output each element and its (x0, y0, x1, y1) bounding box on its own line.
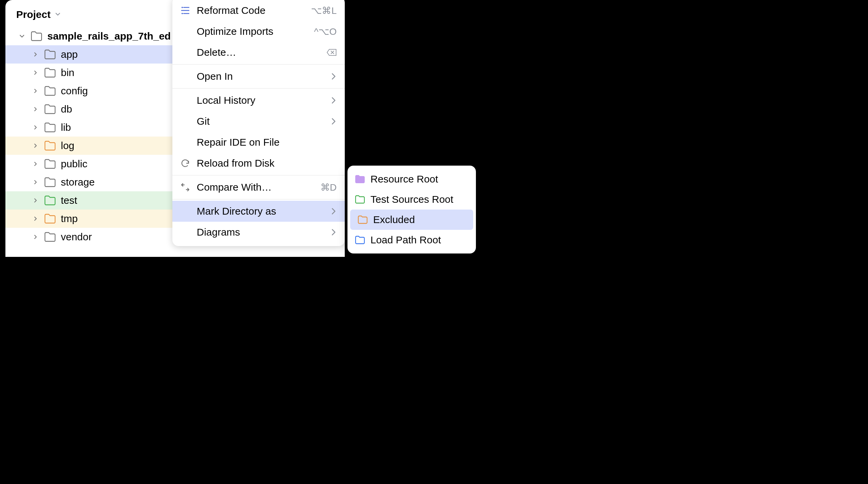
submenu-item-test-sources-root[interactable]: Test Sources Root (347, 189, 476, 210)
folder-icon (44, 231, 56, 243)
chevron-right-icon[interactable] (32, 105, 39, 113)
reformat-icon (179, 4, 191, 17)
menu-separator (172, 175, 345, 175)
folder-icon (30, 30, 43, 42)
menu-label: Delete… (197, 47, 321, 58)
menu-shortcut: ⌘D (320, 182, 337, 193)
menu-item-local-history[interactable]: Local History (172, 90, 345, 111)
menu-label: Mark Directory as (197, 205, 325, 217)
chevron-right-icon[interactable] (32, 233, 39, 241)
folder-icon (44, 121, 56, 134)
menu-item-reload-from-disk[interactable]: Reload from Disk (172, 153, 345, 174)
menu-label: Git (197, 116, 325, 127)
tree-item-label: config (61, 85, 88, 97)
chevron-right-icon[interactable] (32, 197, 39, 204)
chevron-right-icon[interactable] (32, 215, 39, 222)
submenu-item-excluded[interactable]: Excluded (350, 210, 473, 230)
chevron-right-icon (331, 229, 337, 236)
menu-shortcut: ⌥⌘L (311, 5, 337, 16)
menu-separator (172, 88, 345, 89)
submenu-label: Load Path Root (370, 234, 441, 246)
tree-item-label: log (61, 140, 74, 151)
tree-item-label: tmp (61, 213, 78, 224)
menu-shortcut: ^⌥O (314, 26, 337, 37)
menu-label: Optimize Imports (197, 26, 309, 37)
chevron-right-icon[interactable] (32, 51, 39, 58)
chevron-right-icon (331, 208, 337, 215)
submenu-item-load-path-root[interactable]: Load Path Root (347, 230, 476, 250)
chevron-right-icon[interactable] (32, 87, 39, 95)
menu-item-mark-directory-as[interactable]: Mark Directory as (172, 201, 345, 222)
folder-icon (44, 67, 56, 79)
chevron-right-icon (331, 118, 337, 125)
folder-icon (44, 140, 56, 152)
chevron-right-icon (331, 73, 337, 80)
menu-item-optimize-imports[interactable]: Optimize Imports ^⌥O (172, 21, 345, 42)
folder-icon (354, 173, 366, 185)
folder-icon (44, 213, 56, 225)
menu-label: Local History (197, 95, 325, 106)
chevron-right-icon[interactable] (32, 69, 39, 76)
folder-icon (357, 214, 368, 225)
folder-icon (354, 234, 366, 246)
compare-icon (179, 181, 191, 193)
menu-label: Diagrams (197, 226, 325, 238)
chevron-right-icon[interactable] (32, 178, 39, 186)
submenu-item-resource-root[interactable]: Resource Root (347, 169, 476, 189)
menu-item-delete[interactable]: Delete… (172, 42, 345, 63)
folder-icon (44, 85, 56, 97)
tree-item-label: db (61, 103, 72, 115)
submenu-label: Excluded (373, 214, 415, 225)
submenu-label: Resource Root (370, 173, 438, 185)
tree-item-label: vendor (61, 231, 92, 243)
menu-item-reformat-code[interactable]: Reformat Code ⌥⌘L (172, 0, 345, 21)
menu-separator (172, 64, 345, 65)
tree-item-label: lib (61, 122, 71, 133)
folder-icon (44, 48, 56, 60)
menu-label: Repair IDE on File (197, 137, 337, 148)
chevron-right-icon (331, 97, 337, 104)
delete-backspace-icon (327, 46, 337, 58)
menu-item-open-in[interactable]: Open In (172, 66, 345, 87)
menu-separator (172, 199, 345, 199)
mark-directory-submenu: Resource Root Test Sources Root Excluded… (347, 166, 476, 253)
menu-item-git[interactable]: Git (172, 111, 345, 132)
reload-icon (179, 157, 191, 169)
chevron-right-icon[interactable] (32, 124, 39, 131)
menu-label: Reload from Disk (197, 158, 337, 169)
folder-icon (44, 158, 56, 170)
menu-item-repair-ide[interactable]: Repair IDE on File (172, 132, 345, 153)
chevron-right-icon[interactable] (32, 142, 39, 149)
folder-icon (354, 194, 366, 205)
chevron-down-icon[interactable] (18, 32, 26, 40)
folder-icon (44, 103, 56, 115)
folder-icon (44, 176, 56, 188)
submenu-label: Test Sources Root (370, 194, 453, 205)
menu-label: Compare With… (197, 182, 315, 193)
tree-root-label: sample_rails_app_7th_ed (47, 30, 171, 42)
context-menu: Reformat Code ⌥⌘L Optimize Imports ^⌥O D… (172, 0, 345, 246)
tree-item-label: bin (61, 67, 74, 78)
tree-item-label: test (61, 195, 77, 206)
panel-title: Project (16, 9, 51, 20)
menu-label: Reformat Code (197, 5, 306, 16)
folder-icon (44, 194, 56, 207)
chevron-down-icon[interactable] (54, 9, 62, 20)
chevron-right-icon[interactable] (32, 160, 39, 168)
menu-label: Open In (197, 71, 325, 82)
tree-item-label: app (61, 49, 78, 60)
tree-item-label: storage (61, 176, 95, 188)
tree-item-label: public (61, 158, 87, 170)
menu-item-compare-with[interactable]: Compare With… ⌘D (172, 177, 345, 198)
menu-item-diagrams[interactable]: Diagrams (172, 222, 345, 243)
